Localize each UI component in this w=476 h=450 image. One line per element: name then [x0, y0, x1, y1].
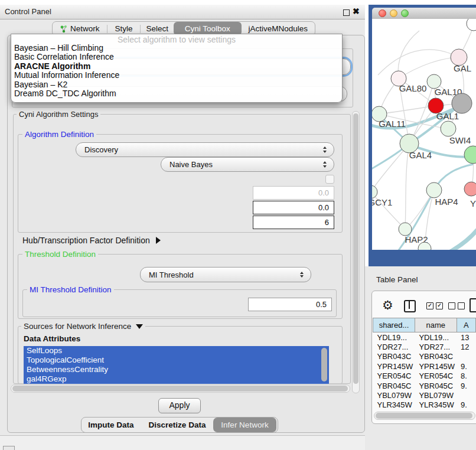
control-panel-title: Control Panel — [5, 7, 51, 16]
tab-discretize-data[interactable]: Discretize Data — [141, 418, 213, 432]
node-swi4-label: SWI4 — [449, 135, 471, 145]
minimize-traffic-light-icon[interactable] — [390, 9, 397, 17]
close-icon[interactable]: ✖ — [353, 6, 360, 16]
attribute-list-item[interactable]: TopologicalCoefficient — [24, 356, 329, 365]
dropdown-item[interactable]: Bayesian – K2 — [11, 80, 342, 89]
table-cell: YLR345W — [415, 400, 457, 410]
table: shared...nameA YDL19...YDL19...13YDR27..… — [373, 318, 476, 411]
dropdown-item[interactable]: Dream8 DC_TDC Algorithm — [11, 89, 342, 98]
node-y[interactable] — [464, 182, 476, 196]
node-gcy1[interactable] — [372, 185, 377, 198]
attribute-list-item[interactable]: gal4RGexp — [24, 374, 329, 384]
select-all-checkbox-icon[interactable]: ✓ — [426, 302, 433, 309]
table-cell: YBR045C — [373, 381, 415, 390]
combo-stepper-icon — [323, 161, 327, 168]
float-window-icon[interactable] — [343, 9, 350, 16]
node-top[interactable] — [467, 19, 476, 31]
network-window-titlebar[interactable] — [372, 8, 476, 19]
tab-impute-data[interactable]: Impute Data — [81, 418, 141, 432]
node-gray[interactable] — [452, 93, 472, 113]
collapsed-panel-icon[interactable] — [3, 446, 15, 450]
dropdown-item[interactable]: Bayesian – Hill Climbing — [11, 44, 342, 53]
column-header[interactable]: A — [457, 318, 475, 332]
table-cell: YBR043C — [415, 352, 457, 361]
table-cell: 9. — [457, 361, 475, 371]
dropdown-item[interactable]: Basic Correlation Inference — [11, 53, 342, 61]
sources-expander[interactable]: Sources for Network Inference — [21, 322, 145, 331]
gear-icon[interactable]: ⚙ — [382, 297, 393, 314]
column-header[interactable]: shared... — [373, 318, 415, 332]
node-hap4[interactable] — [426, 182, 442, 198]
node-hap2[interactable] — [399, 223, 412, 236]
manual-kernel-checkbox[interactable] — [325, 175, 334, 184]
node-gcy1-label: GCY1 — [372, 197, 392, 207]
node-gal1-label: GAL1 — [436, 111, 459, 121]
table-cell: YBR045C — [415, 381, 457, 390]
table-row[interactable]: YBR045CYBR045C9. — [373, 381, 476, 390]
deselect-checkbox-icon[interactable] — [458, 302, 465, 309]
mi-type-combo[interactable]: Naive Bayes — [161, 157, 334, 172]
node-gal80-label: GAL80 — [399, 83, 427, 93]
table-row[interactable]: YPR145WYPR145W9. — [373, 361, 476, 371]
tab-infer-network[interactable]: Infer Network — [213, 418, 276, 432]
attribute-list-item[interactable]: SelfLoops — [24, 346, 329, 356]
close-traffic-light-icon[interactable] — [379, 9, 386, 17]
table-cell — [457, 352, 475, 361]
settings-vertical-scrollbar-thumb[interactable] — [353, 113, 358, 384]
deselect-checkbox-icon[interactable] — [448, 302, 455, 309]
table-cell: 13 — [457, 332, 475, 343]
table-horizontal-scrollbar-thumb[interactable] — [376, 413, 472, 419]
dropdown-item[interactable]: Mutual Information Inference — [11, 71, 342, 80]
which-threshold-combo[interactable]: MI Threshold — [140, 267, 311, 282]
node-gal-top-label: GAL — [454, 63, 471, 73]
table-row[interactable]: YIL052CYIL052C9. — [373, 410, 476, 411]
dropdown-item[interactable]: ARACNE Algorithm — [11, 62, 342, 71]
table-row[interactable]: YER054CYER054C8. — [373, 371, 476, 381]
combo-stepper-icon — [323, 146, 327, 153]
data-attributes-list: SelfLoopsTopologicalCoefficientBetweenne… — [24, 346, 329, 384]
table-cell — [457, 390, 475, 400]
network-edge — [379, 106, 436, 114]
columns-icon[interactable] — [404, 300, 416, 312]
column-header[interactable]: name — [415, 318, 457, 332]
hub-definition-expander[interactable]: Hub/Transcription Factor Definition — [22, 236, 161, 245]
table-row[interactable]: YDL19...YDL19...13 — [373, 332, 476, 343]
node-gal11-label: GAL11 — [379, 119, 406, 129]
apply-button[interactable]: Apply — [158, 398, 201, 413]
select-all-checkbox-icon[interactable]: ✓ — [436, 302, 443, 309]
threshold-definition-title: Threshold Definition — [22, 250, 98, 259]
dpi-tolerance-field[interactable]: 0.0 — [253, 201, 334, 214]
table-cell: YDR27... — [415, 342, 457, 351]
table-panel-title: Table Panel — [376, 275, 418, 284]
hub-definition-label: Hub/Transcription Factor Definition — [22, 236, 150, 245]
node-swi4[interactable] — [441, 121, 456, 136]
which-threshold-value: MI Threshold — [141, 270, 300, 279]
attributes-scrollbar[interactable] — [321, 348, 327, 381]
tab-label: jActiveMNodules — [249, 24, 308, 33]
attribute-list-item[interactable]: BetweennessCentrality — [24, 365, 329, 374]
sources-title: Sources for Network Inference — [24, 322, 131, 331]
tab-label: Cyni Toolbox — [185, 24, 230, 33]
table-row[interactable]: YBR043CYBR043C — [373, 352, 476, 361]
network-canvas[interactable]: GALGAL80GAL10GAL1GAL11SWI4GAL4GCY1HAP4YH… — [372, 19, 476, 250]
node-green[interactable] — [464, 146, 476, 164]
mi-threshold-field[interactable]: 0.5 — [248, 298, 332, 311]
control-panel-titlebar — [0, 5, 365, 19]
cyni-settings-group-title: Cyni Algorithm Settings — [17, 110, 100, 119]
mi-steps-field[interactable]: 6 — [253, 216, 334, 229]
settings-horizontal-scrollbar-thumb[interactable] — [12, 386, 348, 392]
table-row[interactable]: YLR345WYLR345W9. — [373, 400, 476, 410]
network-edge — [378, 50, 459, 75]
dropdown-item-list: Bayesian – Hill ClimbingBasic Correlatio… — [11, 44, 342, 98]
table-cell: YBR043C — [373, 352, 415, 361]
node-hap4-label: HAP4 — [435, 197, 458, 207]
table-row[interactable]: YDR27...YDR27...12 — [373, 342, 476, 351]
table-cell: YBL079W — [373, 390, 415, 400]
kernel-width-field[interactable]: 0.0 — [253, 186, 334, 200]
bottom-tab-strip: Impute DataDiscretize DataInfer Network — [81, 417, 278, 433]
data-attributes-label: Data Attributes — [24, 334, 80, 343]
aracne-mode-combo[interactable]: Discovery — [76, 142, 334, 157]
document-icon[interactable] — [470, 298, 476, 312]
table-row[interactable]: YBL079WYBL079W — [373, 390, 476, 400]
zoom-traffic-light-icon[interactable] — [401, 9, 409, 17]
